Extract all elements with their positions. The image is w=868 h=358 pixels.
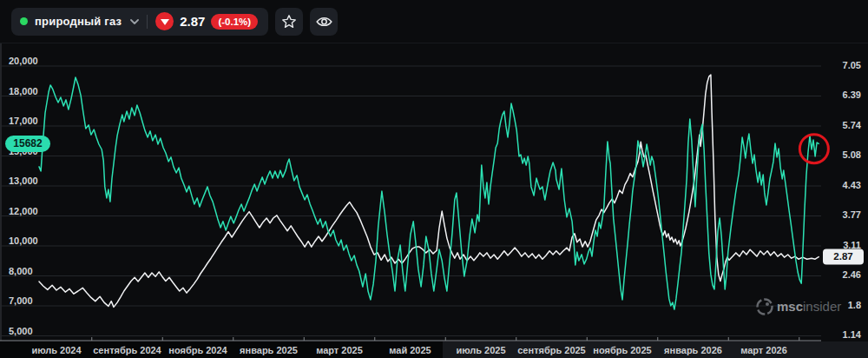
left-axis-label: 13,000	[9, 176, 38, 186]
series-line-natural-gas-left-scale	[39, 77, 819, 309]
last-value-badge-right-text: 2.87	[833, 251, 852, 262]
instrument-status-dot	[20, 17, 28, 25]
right-axis-label: 1.14	[843, 329, 862, 340]
x-axis-month-label: июль 2024	[31, 345, 82, 355]
divider	[147, 15, 148, 29]
eye-icon	[316, 16, 332, 28]
chart-left-edge	[0, 43, 2, 341]
x-axis-month-label: январь 2025	[240, 345, 298, 355]
x-axis-month-label: июль 2025	[456, 345, 505, 355]
right-axis-label: 3.77	[843, 209, 861, 220]
star-icon	[281, 14, 297, 30]
x-axis-month-label: сентябрь 2024	[93, 345, 161, 355]
left-axis-label: 12,000	[9, 206, 38, 216]
time-scrollbar-right[interactable]	[443, 341, 868, 358]
right-axis-label: 2.46	[843, 269, 861, 280]
left-axis-label: 10,000	[9, 235, 38, 246]
watermark-logo-dot	[766, 302, 769, 306]
trading-chart-app: 20,0007.0518,0006.3917,0005.7415,0005.08…	[0, 0, 868, 358]
left-axis-label: 8,000	[9, 266, 33, 276]
price-change-badge: (-0.1%)	[211, 14, 258, 30]
price-chart[interactable]: 20,0007.0518,0006.3917,0005.7415,0005.08…	[0, 0, 868, 358]
right-axis-label: 5.08	[843, 149, 861, 160]
instrument-selector[interactable]: природный газ	[20, 15, 139, 28]
last-price: 2.87	[180, 14, 205, 29]
visibility-button[interactable]	[310, 8, 338, 36]
left-axis-label: 7,000	[9, 295, 33, 306]
watermark-brand: mscinsider	[777, 299, 841, 314]
chevron-down-icon	[130, 19, 139, 24]
chart-toolbar: природный газ 2.87 (-0.1%)	[0, 0, 868, 43]
price-display: 2.87 (-0.1%)	[155, 12, 258, 30]
series-line-benchmark-right-scale	[39, 75, 819, 307]
right-axis-label: 5.74	[843, 120, 862, 130]
left-axis-label: 17,000	[9, 116, 38, 126]
x-axis-month-label: январь 2026	[664, 345, 722, 355]
left-axis-label: 20,000	[9, 56, 38, 66]
instrument-widget: природный газ 2.87 (-0.1%)	[11, 8, 268, 36]
right-axis-label: 4.43	[843, 180, 861, 190]
x-axis-month-label: сентябрь 2025	[517, 345, 586, 355]
x-axis-month-label: март 2026	[740, 345, 787, 355]
x-axis-month-label: ноябрь 2025	[593, 345, 651, 355]
right-axis-label: 6.39	[843, 90, 861, 100]
right-axis-label: 7.05	[843, 60, 861, 70]
right-axis-label: 1.8	[848, 300, 861, 310]
triangle-down-icon	[155, 12, 174, 30]
left-axis-label: 18,000	[9, 86, 38, 96]
last-value-badge-left-text: 15682	[13, 137, 43, 149]
x-axis-month-label: март 2025	[316, 345, 363, 355]
watermark-logo-icon	[758, 300, 773, 315]
instrument-name: природный газ	[35, 15, 122, 28]
favorite-button[interactable]	[275, 8, 303, 36]
left-axis-label: 5,000	[9, 326, 33, 336]
x-axis-month-label: ноябрь 2024	[168, 345, 227, 355]
right-axis-label: 3.11	[843, 240, 861, 250]
x-axis-month-label: май 2025	[389, 345, 431, 355]
